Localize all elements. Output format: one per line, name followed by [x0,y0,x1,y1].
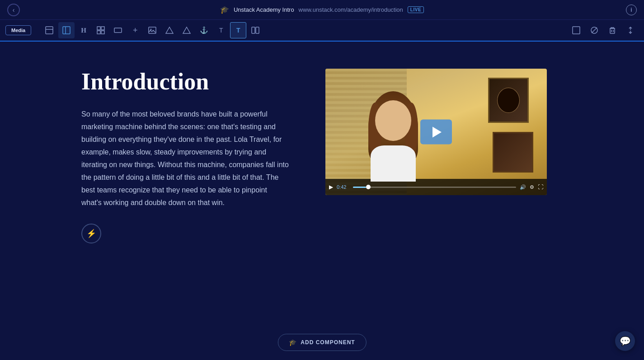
add-component-button[interactable]: 🎓 ADD COMPONENT [277,334,366,351]
triangle-icon[interactable] [179,22,195,38]
svg-rect-8 [114,28,122,33]
toolbar: Media H + ⚓ T T [0,20,644,42]
action-button[interactable]: ⚡ [81,224,101,243]
grid-icon[interactable] [93,22,109,38]
progress-dot [366,185,371,189]
svg-rect-15 [573,27,580,34]
fullscreen-control[interactable]: ⛶ [538,184,543,190]
page-url: www.unstack.com/academy/introduction [299,6,403,13]
video-controls: ▶ 0:42 🔊 ⚙ ⛶ [325,179,547,195]
columns-icon[interactable] [247,22,263,38]
content-body: So many of the most beloved brands have … [81,108,289,209]
add-component-icon: 🎓 [289,339,297,346]
back-button[interactable]: ‹ [7,4,20,16]
svg-rect-5 [101,27,104,30]
live-badge: LIVE [408,6,424,13]
anchor-icon[interactable]: ⚓ [196,22,212,38]
video-time: 0:42 [337,184,349,190]
svg-rect-9 [149,27,156,33]
shape-icon[interactable] [161,22,178,38]
layout-icon[interactable] [41,22,57,38]
plus-icon[interactable]: + [127,22,143,38]
chat-icon: 💬 [620,336,631,346]
sidebar-layout-icon[interactable] [58,22,75,38]
svg-rect-18 [610,28,615,33]
svg-line-17 [592,28,597,33]
svg-rect-7 [101,31,104,34]
play-control[interactable]: ▶ [329,184,333,190]
svg-marker-11 [166,27,173,33]
top-bar: ‹ 🎓 Unstack Academy Intro www.unstack.co… [0,0,644,20]
delete-icon[interactable] [604,22,620,38]
text-icon[interactable]: T [213,22,229,38]
toolbar-right [568,22,639,38]
play-button[interactable] [420,120,452,145]
video-container[interactable]: ▶ 0:42 🔊 ⚙ ⛶ [325,69,547,195]
page-icon: 🎓 [220,5,229,14]
chat-bubble[interactable]: 💬 [615,331,635,351]
reorder-icon[interactable] [622,22,639,38]
info-button[interactable]: i [626,5,637,15]
video-frame2 [493,132,533,173]
progress-fill [353,187,366,188]
add-component-label: ADD COMPONENT [301,339,355,346]
svg-rect-13 [252,27,255,33]
volume-control[interactable]: 🔊 [520,184,526,190]
page-title: Unstack Academy Intro [234,6,294,13]
svg-rect-4 [97,27,100,30]
hide-icon[interactable] [586,22,602,38]
progress-bar[interactable] [353,187,516,188]
content-right: ▶ 0:42 🔊 ⚙ ⛶ [325,69,547,195]
play-triangle-icon [432,126,442,137]
content-area: Introduction So many of the most beloved… [0,42,644,360]
media-button[interactable]: Media [5,25,31,35]
expand-icon[interactable] [568,22,584,38]
text-bold-icon[interactable]: T [230,22,246,38]
settings-control[interactable]: ⚙ [530,184,534,190]
add-component-area: 🎓 ADD COMPONENT [277,334,366,351]
content-title: Introduction [81,69,289,94]
content-left: Introduction So many of the most beloved… [81,69,289,243]
video-person [366,91,420,182]
lightning-icon: ⚡ [86,229,96,238]
section-icon[interactable] [110,22,126,38]
svg-rect-2 [63,27,70,34]
heading-icon[interactable]: H [75,22,92,38]
video-frame1 [488,78,529,123]
svg-rect-0 [46,27,53,34]
image-icon[interactable] [144,22,160,38]
svg-rect-14 [256,27,259,33]
top-bar-center: 🎓 Unstack Academy Intro www.unstack.com/… [220,5,424,14]
svg-marker-12 [183,27,190,33]
svg-rect-6 [97,31,100,34]
